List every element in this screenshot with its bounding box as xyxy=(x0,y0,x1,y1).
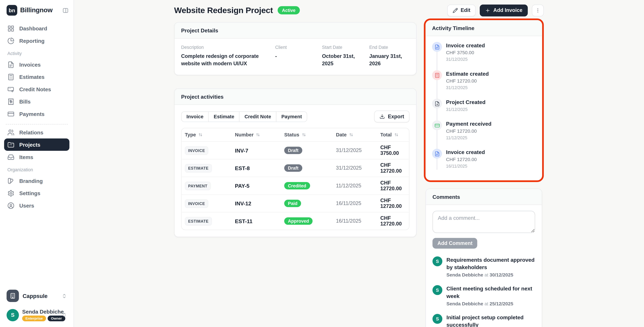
page-title: Website Redesign Project xyxy=(174,6,273,15)
sidebar-footer: Cappsule S Senda Debbiche Enterprise Own… xyxy=(0,288,74,327)
users-icon xyxy=(8,129,14,136)
comment-input[interactable] xyxy=(432,211,535,233)
timeline-item: Payment received CHF 12720.00 11/12/2025 xyxy=(432,120,536,140)
timeline-item-date: 31/12/2025 xyxy=(446,57,485,62)
activity-type-tabs: Invoice Estimate Credit Note Payment xyxy=(181,111,307,122)
table-row[interactable]: INVOICE INV-7 Draft 31/12/2025 CHF 3750.… xyxy=(182,141,409,159)
comment-author: Senda Debbiche xyxy=(446,301,483,306)
inbox-icon xyxy=(8,154,14,161)
sidebar-nav: Dashboard Reporting Activity Invoices Es… xyxy=(0,20,74,214)
activity-timeline-header: Activity Timeline xyxy=(426,20,542,36)
type-pill: ESTIMATE xyxy=(185,164,212,172)
timeline-item: Invoice created CHF 12720.00 16/11/2025 xyxy=(432,149,536,169)
document-number: EST-8 xyxy=(232,162,281,174)
document-number: EST-11 xyxy=(232,215,281,227)
sidebar-item-bills[interactable]: Bills xyxy=(4,95,69,108)
comment-item: S Client meeting scheduled for next week… xyxy=(432,285,535,306)
credit-card-icon xyxy=(8,110,14,117)
timeline-item-title: Estimate created xyxy=(446,71,489,77)
tab-estimate[interactable]: Estimate xyxy=(208,111,240,122)
sidebar-item-invoices[interactable]: Invoices xyxy=(4,58,69,71)
timeline-item-title: Project Created xyxy=(446,99,486,105)
document-date: 31/12/2025 xyxy=(333,162,377,174)
status-badge: Draft xyxy=(284,164,302,172)
table-row[interactable]: ESTIMATE EST-11 Approved 16/11/2025 CHF … xyxy=(182,212,409,230)
sidebar-item-projects[interactable]: Projects xyxy=(4,138,69,151)
edit-button[interactable]: Edit xyxy=(447,4,476,16)
org-name: Cappsule xyxy=(23,293,62,299)
user-menu[interactable]: S Senda Debbiche Enterprise Owner xyxy=(4,307,69,323)
sidebar-item-relations[interactable]: Relations xyxy=(4,126,69,138)
sidebar-item-dashboard[interactable]: Dashboard xyxy=(4,22,69,34)
sidebar-item-reporting[interactable]: Reporting xyxy=(4,35,69,47)
calculator-icon xyxy=(8,73,14,80)
receipt-icon xyxy=(8,98,14,105)
tab-payment[interactable]: Payment xyxy=(276,111,307,122)
sidebar-item-branding[interactable]: Branding xyxy=(4,175,69,187)
type-pill: INVOICE xyxy=(185,199,208,208)
sidebar-item-credit-notes[interactable]: Credit Notes xyxy=(4,83,69,95)
column-header-number[interactable]: Number xyxy=(232,128,281,141)
project-activities-card: Project activities Invoice Estimate Cred… xyxy=(174,88,416,237)
gear-icon xyxy=(8,190,14,197)
folder-icon xyxy=(8,141,14,148)
comment-avatar: S xyxy=(432,256,442,266)
comment-author: Senda Debbiche xyxy=(446,272,483,277)
comment-meta: Senda Debbiche at 30/12/2025 xyxy=(446,272,535,277)
reporting-pie-icon xyxy=(8,37,14,44)
column-header-total[interactable]: Total xyxy=(377,128,409,141)
sort-icon xyxy=(198,132,203,137)
add-invoice-button[interactable]: Add Invoice xyxy=(480,4,528,16)
document-date: 11/12/2025 xyxy=(333,180,377,192)
column-header-type[interactable]: Type xyxy=(182,128,232,141)
column-header-status[interactable]: Status xyxy=(281,128,333,141)
sidebar-toggle-button[interactable] xyxy=(62,7,68,14)
plus-icon xyxy=(485,8,490,13)
timeline-item-date: 31/12/2025 xyxy=(446,85,489,90)
document-date: 16/11/2025 xyxy=(333,198,377,209)
card-title: Project activities xyxy=(181,94,224,100)
sidebar-item-payments[interactable]: Payments xyxy=(4,108,69,120)
field-description: Description Complete redesign of corpora… xyxy=(181,45,275,68)
document-total: CHF 12720.00 xyxy=(377,177,409,194)
sort-icon xyxy=(349,132,354,137)
add-comment-button[interactable]: Add Comment xyxy=(432,238,478,249)
download-icon xyxy=(380,114,385,119)
sidebar: bn Billingnow Dashboard Reporting Activi… xyxy=(0,0,74,327)
comment-text: Initial project setup completed successf… xyxy=(446,314,535,327)
table-row[interactable]: INVOICE INV-12 Paid 16/11/2025 CHF 12720… xyxy=(182,194,409,212)
more-options-button[interactable] xyxy=(532,4,544,16)
sidebar-item-users[interactable]: Users xyxy=(4,199,69,212)
tab-invoice[interactable]: Invoice xyxy=(181,111,209,122)
sidebar-item-settings[interactable]: Settings xyxy=(4,187,69,199)
sidebar-item-items[interactable]: Items xyxy=(4,151,69,163)
project-details-card: Project Details Description Complete red… xyxy=(174,22,416,75)
timeline-item-icon xyxy=(432,99,442,109)
comment-avatar: S xyxy=(432,285,442,295)
dashboard-icon xyxy=(8,25,14,32)
plan-badge: Enterprise xyxy=(22,315,46,321)
header-actions: Edit Add Invoice xyxy=(447,4,544,16)
status-badge: Active xyxy=(278,6,300,15)
comment-date: 30/12/2025 xyxy=(490,272,513,277)
timeline-item-date: 31/12/2025 xyxy=(446,107,486,112)
org-switcher[interactable]: Cappsule xyxy=(4,288,69,304)
sort-icon xyxy=(256,132,260,137)
export-button[interactable]: Export xyxy=(374,111,410,123)
user-circle-icon xyxy=(8,202,14,209)
table-row[interactable]: PAYMENT PAY-5 Credited 11/12/2025 CHF 12… xyxy=(182,177,409,194)
tab-credit-note[interactable]: Credit Note xyxy=(239,111,276,122)
organization-building-icon xyxy=(6,290,19,302)
comments-header: Comments xyxy=(426,189,542,205)
timeline-item-icon xyxy=(432,149,442,159)
project-activities-header: Project activities xyxy=(174,89,416,105)
timeline-item-date: 11/12/2025 xyxy=(446,135,492,140)
column-header-date[interactable]: Date xyxy=(333,128,377,141)
user-name: Senda Debbiche xyxy=(22,308,62,315)
table-row[interactable]: ESTIMATE EST-8 Draft 31/12/2025 CHF 1272… xyxy=(182,159,409,177)
sidebar-section-organization: Organization xyxy=(4,163,69,175)
sidebar-item-estimates[interactable]: Estimates xyxy=(4,71,69,83)
sidebar-divider xyxy=(6,124,68,125)
user-avatar: S xyxy=(6,309,19,321)
timeline-item-icon xyxy=(432,70,442,80)
